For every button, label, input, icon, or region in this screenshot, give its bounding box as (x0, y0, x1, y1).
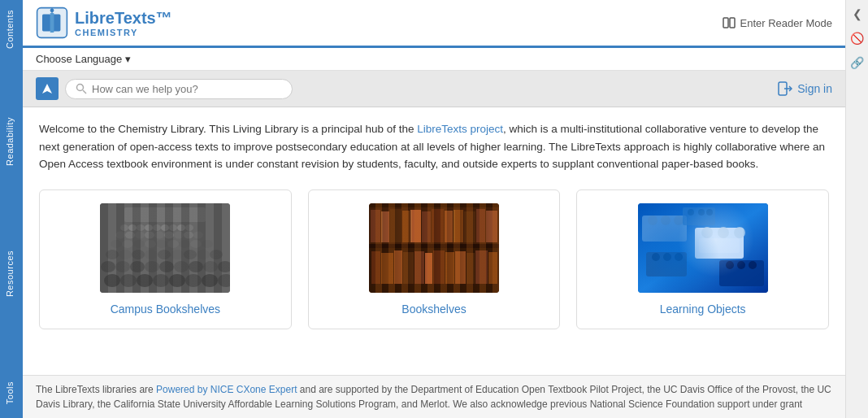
no-image-icon[interactable]: 🚫 (850, 31, 865, 46)
svg-point-66 (185, 224, 193, 231)
libretexts-link[interactable]: LibreTexts project (417, 123, 503, 135)
svg-rect-72 (390, 209, 401, 242)
svg-rect-71 (381, 211, 389, 242)
svg-point-55 (174, 231, 184, 238)
svg-point-39 (210, 250, 223, 259)
svg-point-25 (145, 261, 159, 272)
language-bar: Choose Language ▾ (23, 48, 845, 71)
search-input-wrap (65, 79, 293, 99)
svg-point-113 (726, 261, 734, 269)
svg-point-18 (169, 274, 185, 287)
svg-rect-116 (683, 207, 715, 225)
reader-mode-button[interactable]: Enter Reader Mode (723, 17, 832, 29)
svg-point-45 (167, 240, 179, 248)
svg-point-23 (115, 261, 130, 272)
svg-point-36 (171, 250, 184, 259)
svg-point-117 (688, 209, 694, 216)
svg-point-19 (185, 274, 202, 287)
svg-line-11 (83, 90, 86, 94)
svg-rect-97 (410, 210, 412, 242)
collapse-icon[interactable]: ❮ (850, 7, 865, 21)
reader-mode-label: Enter Reader Mode (740, 17, 832, 29)
svg-point-56 (184, 231, 193, 238)
svg-point-15 (120, 274, 137, 287)
bookshelves-image (369, 203, 499, 293)
reader-mode-icon (723, 17, 736, 28)
main-wrapper: LibreTexts™ CHEMISTRY Enter Reader Mode … (23, 0, 845, 418)
svg-rect-73 (402, 211, 410, 242)
logo-text: LibreTexts™ CHEMISTRY (75, 9, 172, 37)
header: LibreTexts™ CHEMISTRY Enter Reader Mode (23, 0, 845, 48)
search-input[interactable] (92, 83, 271, 95)
sidebar-item-contents[interactable]: Contents (0, 0, 23, 59)
svg-point-57 (193, 231, 203, 238)
svg-point-33 (132, 250, 145, 259)
footer-powered-link[interactable]: Powered by NICE CXone Expert (156, 384, 297, 395)
sign-in-button[interactable]: Sign in (778, 81, 832, 96)
card-bookshelves[interactable]: Bookshelves (308, 189, 561, 329)
svg-point-114 (737, 261, 745, 269)
sidebar-item-readability[interactable]: Readability (0, 107, 23, 176)
svg-point-111 (674, 216, 684, 225)
svg-rect-67 (124, 207, 206, 222)
learning-objects-image (638, 203, 768, 293)
svg-rect-74 (410, 210, 421, 242)
svg-rect-85 (381, 253, 393, 284)
svg-rect-100 (695, 228, 744, 259)
campus-bookshelves-image (100, 203, 230, 293)
svg-rect-13 (100, 203, 230, 293)
svg-rect-93 (467, 253, 475, 284)
svg-point-47 (190, 240, 202, 248)
share-icon[interactable]: 🔗 (850, 55, 865, 70)
svg-point-38 (197, 250, 210, 259)
svg-point-59 (128, 224, 137, 231)
svg-rect-96 (381, 211, 383, 242)
sidebar-item-tools[interactable]: Tools (0, 372, 23, 414)
svg-point-40 (111, 240, 122, 248)
svg-point-119 (706, 209, 713, 216)
svg-point-62 (153, 224, 161, 231)
svg-point-27 (174, 261, 189, 272)
navigate-icon (41, 83, 53, 94)
search-icon (76, 83, 87, 94)
sidebar-item-resources[interactable]: Resources (0, 241, 23, 307)
svg-rect-77 (445, 211, 453, 242)
svg-point-28 (189, 261, 203, 272)
logo-icon (36, 7, 68, 39)
card-campus-bookshelves[interactable]: Campus Bookshelves (39, 189, 292, 329)
svg-rect-86 (394, 250, 402, 284)
svg-rect-68 (369, 203, 499, 293)
svg-point-41 (122, 240, 133, 248)
svg-point-60 (137, 224, 145, 231)
footer: The LibreTexts libraries are Powered by … (23, 375, 845, 418)
cards-row: Campus Bookshelves (39, 189, 829, 329)
svg-point-17 (153, 274, 169, 287)
svg-point-53 (154, 231, 164, 238)
svg-point-26 (159, 261, 174, 272)
svg-rect-120 (699, 238, 740, 253)
svg-rect-69 (369, 207, 499, 244)
card-learning-objects[interactable]: Learning Objects (576, 189, 829, 329)
navigate-button[interactable] (36, 77, 59, 100)
svg-rect-98 (454, 210, 455, 242)
svg-rect-90 (433, 250, 445, 284)
search-bar: Sign in (23, 71, 845, 107)
svg-point-32 (119, 250, 132, 259)
logo-brand: LibreTexts™ (75, 9, 172, 28)
svg-point-107 (675, 253, 683, 261)
svg-rect-84 (371, 251, 380, 284)
svg-point-105 (652, 253, 660, 261)
svg-rect-108 (642, 216, 687, 242)
svg-point-118 (698, 209, 705, 216)
language-select[interactable]: Choose Language ▾ (36, 53, 131, 65)
svg-point-48 (202, 240, 213, 248)
svg-point-16 (137, 274, 153, 287)
svg-point-102 (718, 227, 729, 238)
campus-bookshelves-title: Campus Bookshelves (111, 303, 220, 316)
svg-rect-75 (422, 211, 431, 242)
svg-point-46 (179, 240, 190, 248)
svg-rect-94 (475, 250, 488, 284)
svg-rect-8 (730, 18, 735, 28)
svg-rect-99 (638, 203, 768, 293)
svg-point-115 (749, 261, 757, 269)
